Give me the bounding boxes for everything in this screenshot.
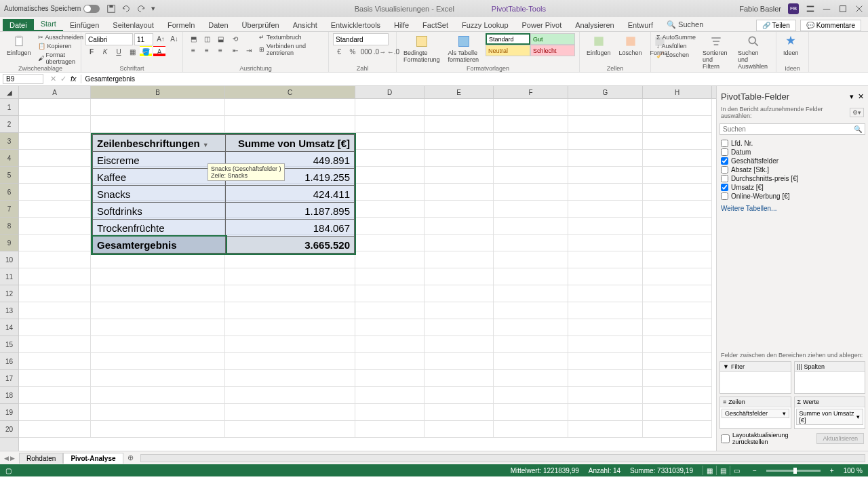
- insert-cells-button[interactable]: Einfügen: [584, 33, 614, 58]
- row-header[interactable]: 8: [0, 218, 18, 235]
- row-header[interactable]: 2: [0, 116, 18, 133]
- field-item[interactable]: Lfd. Nr.: [721, 139, 864, 148]
- pivot-cell[interactable]: Eiscreme: [93, 152, 226, 169]
- share-button[interactable]: 🔗 Teilen: [756, 20, 796, 31]
- wrap-text-button[interactable]: ↵ Textumbruch: [258, 33, 324, 41]
- paste-button[interactable]: Einfügen: [4, 33, 34, 58]
- sheet-nav-last-icon[interactable]: ▶: [10, 455, 15, 462]
- format-painter-button[interactable]: 🖌 Format übertragen: [37, 51, 85, 66]
- field-item[interactable]: Datum: [721, 148, 864, 157]
- border-button[interactable]: ▦: [126, 46, 138, 57]
- comments-button[interactable]: 💬 Kommentare: [800, 20, 861, 31]
- autosum-button[interactable]: Σ AutoSumme: [655, 33, 697, 41]
- row-header[interactable]: 13: [0, 302, 18, 319]
- bold-button[interactable]: F: [85, 46, 98, 57]
- page-break-view-icon[interactable]: ▭: [730, 466, 743, 475]
- cell-style-neutral[interactable]: Neutral: [486, 45, 530, 56]
- redo-icon[interactable]: [136, 4, 146, 14]
- page-layout-view-icon[interactable]: ▤: [716, 466, 730, 475]
- zoom-out-icon[interactable]: −: [753, 467, 757, 474]
- format-table-button[interactable]: Als Tabelle formatieren: [446, 33, 483, 64]
- row-header[interactable]: 19: [0, 404, 18, 421]
- cond-format-button[interactable]: Bedingte Formatierung: [401, 33, 443, 64]
- tab-data[interactable]: Daten: [201, 19, 235, 31]
- increase-decimal-icon[interactable]: .0→: [374, 46, 386, 57]
- row-header[interactable]: 20: [0, 421, 18, 438]
- maximize-icon[interactable]: [838, 4, 848, 14]
- field-search-input[interactable]: [723, 125, 851, 133]
- cancel-formula-icon[interactable]: ✕: [50, 75, 56, 83]
- col-header[interactable]: D: [355, 86, 425, 98]
- field-item[interactable]: Geschäftsfelder: [721, 157, 864, 165]
- row-header[interactable]: 4: [0, 150, 18, 167]
- cell-style-standard[interactable]: Standard: [486, 33, 530, 45]
- align-center-icon[interactable]: ≡: [201, 45, 213, 56]
- spreadsheet-grid[interactable]: ◢ 1 2 3 4 5 6 7 8 9 10 11 12 13 14 15 16…: [0, 86, 716, 451]
- align-bottom-icon[interactable]: ⬓: [214, 33, 226, 44]
- row-header[interactable]: 1: [0, 99, 18, 116]
- sheet-tab-rohdaten[interactable]: Rohdaten: [19, 453, 63, 464]
- formula-input[interactable]: [81, 75, 868, 83]
- tab-factset[interactable]: FactSet: [416, 19, 455, 31]
- align-left-icon[interactable]: ≡: [187, 45, 199, 56]
- col-header[interactable]: F: [494, 86, 568, 98]
- row-header[interactable]: 6: [0, 184, 18, 201]
- tab-formulas[interactable]: Formeln: [161, 19, 201, 31]
- zoom-slider[interactable]: [766, 470, 821, 472]
- fx-icon[interactable]: fx: [71, 75, 77, 83]
- zoom-level[interactable]: 100 %: [844, 467, 863, 474]
- copy-button[interactable]: 📋 Kopieren: [37, 42, 85, 50]
- gear-icon[interactable]: ⚙▾: [850, 108, 864, 117]
- pivot-cell[interactable]: 184.067: [226, 220, 355, 237]
- close-icon[interactable]: [854, 4, 864, 14]
- area-columns[interactable]: ||| Spalten: [794, 361, 866, 394]
- area-rows[interactable]: ≡ Zeilen Geschäftsfelder▾: [719, 396, 791, 429]
- field-item[interactable]: Umsatz [€]: [721, 183, 864, 192]
- add-sheet-button[interactable]: ⊕: [123, 453, 138, 462]
- area-values[interactable]: Σ Werte Summe von Umsatz [€]▾: [794, 396, 866, 429]
- tab-design[interactable]: Entwurf: [621, 19, 660, 31]
- field-item[interactable]: Online-Werbung [€]: [721, 192, 864, 201]
- field-item[interactable]: Absatz [Stk.]: [721, 165, 864, 174]
- more-tables-link[interactable]: Weitere Tabellen...: [719, 202, 865, 215]
- sort-filter-button[interactable]: Sortieren und Filtern: [700, 33, 732, 71]
- normal-view-icon[interactable]: ▦: [703, 466, 716, 475]
- col-header[interactable]: C: [225, 86, 355, 98]
- pivot-cell[interactable]: 424.411: [226, 186, 355, 203]
- align-right-icon[interactable]: ≡: [214, 45, 226, 56]
- horizontal-scrollbar[interactable]: [140, 454, 865, 462]
- decrease-indent-icon[interactable]: ⇤: [229, 45, 241, 56]
- comma-icon[interactable]: 000: [360, 46, 372, 57]
- tab-pagelayout[interactable]: Seitenlayout: [106, 19, 161, 31]
- row-header[interactable]: 7: [0, 201, 18, 218]
- field-pane-options-icon[interactable]: ▾: [850, 92, 854, 101]
- col-header[interactable]: A: [19, 86, 91, 98]
- merge-center-button[interactable]: ⊞ Verbinden und zentrieren: [258, 42, 324, 57]
- select-all-corner[interactable]: ◢: [0, 86, 18, 99]
- update-button[interactable]: Aktualisieren: [816, 433, 864, 444]
- pivot-total-value[interactable]: 3.665.520: [226, 237, 355, 253]
- row-header[interactable]: 11: [0, 268, 18, 285]
- avatar[interactable]: FB: [788, 3, 799, 14]
- col-header[interactable]: H: [643, 86, 712, 98]
- pivot-total-label[interactable]: Gesamtergebnis: [93, 237, 226, 253]
- pivot-table[interactable]: Zeilenbeschriftungen▼ Summe von Umsatz […: [91, 133, 356, 255]
- col-header[interactable]: G: [568, 86, 643, 98]
- tab-help[interactable]: Hilfe: [387, 19, 416, 31]
- user-name[interactable]: Fabio Basler: [739, 5, 781, 13]
- font-name-select[interactable]: [85, 33, 133, 45]
- save-icon[interactable]: [106, 4, 116, 14]
- percent-icon[interactable]: %: [347, 46, 359, 57]
- increase-indent-icon[interactable]: ⇥: [243, 45, 255, 56]
- cut-button[interactable]: ✂ Ausschneiden: [37, 33, 85, 41]
- sheet-tab-pivot[interactable]: Pivot-Analyse: [63, 453, 123, 464]
- col-header[interactable]: B: [91, 86, 225, 98]
- tab-review[interactable]: Überprüfen: [235, 19, 286, 31]
- find-select-button[interactable]: Suchen und Auswählen: [735, 33, 772, 71]
- orientation-icon[interactable]: ⟲: [229, 33, 241, 44]
- fill-color-button[interactable]: 🪣: [140, 46, 152, 57]
- area-filter[interactable]: ▼ Filter: [719, 361, 791, 394]
- pivot-cell[interactable]: 1.187.895: [226, 203, 355, 220]
- chevron-down-icon[interactable]: ▼: [200, 142, 209, 148]
- tab-view[interactable]: Ansicht: [286, 19, 324, 31]
